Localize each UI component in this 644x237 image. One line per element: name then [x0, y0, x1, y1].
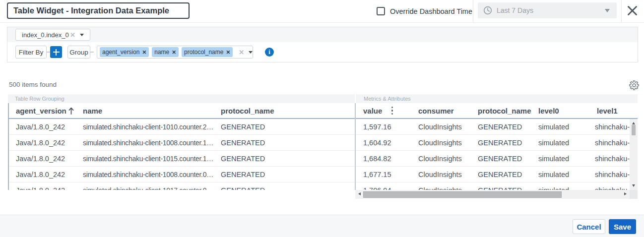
table-cell: CloudInsights: [411, 123, 470, 131]
table-cell: CloudInsights: [411, 171, 470, 178]
add-filter-button[interactable]: [50, 46, 62, 58]
chevron-down-icon[interactable]: [80, 34, 84, 36]
index-selector[interactable]: index_0.index_0 ✕: [15, 29, 90, 41]
table-cell: 1,677.15: [356, 171, 411, 178]
column-menu-icon[interactable]: [391, 107, 393, 115]
save-button[interactable]: Save: [609, 219, 636, 234]
table-row[interactable]: Java/1.8.0_242 simulated.shinchaku-clien…: [9, 182, 355, 190]
column-header-consumer[interactable]: consumer: [411, 107, 470, 115]
vertical-scrollbar[interactable]: [630, 119, 638, 190]
group-label: Group: [67, 46, 90, 59]
table-cell-name: simulated.shinchaku-client-1010.counter.…: [76, 123, 214, 131]
column-header-label: level0: [538, 107, 559, 115]
table-cell: GENERATED: [470, 139, 531, 147]
table-cell: simulated: [531, 123, 589, 131]
table-cell: CloudInsights: [411, 186, 470, 190]
group-chip-label: protocol_name: [184, 49, 223, 56]
column-header-label: value: [363, 107, 382, 115]
column-header-label: protocol_name: [221, 107, 274, 115]
time-range-select[interactable]: Last 7 Days: [478, 2, 617, 18]
column-header-level0[interactable]: level0: [531, 107, 589, 115]
table-cell: GENERATED: [470, 171, 531, 178]
column-header-value[interactable]: value: [356, 107, 411, 115]
scroll-left-icon[interactable]: [358, 192, 361, 195]
group-by-select[interactable]: agent_version ✕ name ✕ protocol_name ✕ ✕: [97, 46, 253, 59]
table-cell: GENERATED: [470, 186, 531, 190]
table-body-right: 1,597.16 CloudInsights GENERATED simulat…: [356, 119, 638, 190]
table-row[interactable]: 1,597.16 CloudInsights GENERATED simulat…: [356, 119, 638, 135]
table-cell: simulated: [531, 171, 589, 178]
table-row[interactable]: 1,684.82 CloudInsights GENERATED simulat…: [356, 151, 638, 167]
clear-all-icon[interactable]: ✕: [239, 49, 244, 56]
query-panel: index_0.index_0 ✕ Filter By Group agent_…: [7, 27, 638, 62]
table-row[interactable]: Java/1.8.0_242 simulated.shinchaku-clien…: [9, 119, 355, 135]
sort-ascending-icon: [68, 107, 74, 115]
scroll-up-icon[interactable]: [632, 122, 635, 124]
table-cell: Java/1.8.0_242: [9, 139, 76, 147]
info-icon[interactable]: i: [265, 48, 274, 57]
table-row[interactable]: Java/1.8.0_242 simulated.shinchaku-clien…: [9, 167, 355, 182]
group-chip: name ✕: [152, 47, 179, 57]
cancel-button[interactable]: Cancel: [573, 219, 605, 234]
override-dashboard-time-checkbox[interactable]: [377, 7, 385, 15]
table-row[interactable]: Java/1.8.0_242 simulated.shinchaku-clien…: [9, 135, 355, 151]
topbar-divider: [473, 0, 473, 22]
scroll-right-icon[interactable]: [624, 192, 627, 195]
column-header-name[interactable]: name: [76, 107, 214, 115]
table-row[interactable]: 1,706.94 CloudInsights GENERATED simulat…: [356, 182, 638, 190]
horizontal-scrollbar[interactable]: [355, 190, 630, 199]
chip-remove-icon[interactable]: ✕: [142, 50, 146, 55]
gear-icon[interactable]: [629, 80, 639, 90]
items-found-count: 500 items found: [9, 81, 57, 88]
vertical-scroll-thumb[interactable]: [632, 125, 636, 135]
group-chip-label: agent_version: [102, 49, 139, 56]
clock-icon: [483, 6, 492, 15]
table-cell: 1,706.94: [356, 186, 411, 190]
chevron-down-icon[interactable]: [249, 51, 253, 54]
table-row[interactable]: 1,677.15 CloudInsights GENERATED simulat…: [356, 167, 638, 182]
group-chip-label: name: [154, 49, 169, 56]
table-header-right: value consumer protocol_name level0 leve…: [356, 103, 638, 118]
column-header-protocol-name[interactable]: protocol_name: [214, 107, 356, 115]
table-cell: 1,597.16: [356, 123, 411, 131]
table-cell: GENERATED: [214, 155, 355, 163]
close-button[interactable]: [625, 3, 639, 17]
table-cell-name: simulated.shinchaku-client-1008.counter.…: [76, 171, 214, 178]
table-cell: 1,604.92: [356, 139, 411, 147]
column-header-level1[interactable]: level1: [589, 107, 638, 115]
column-header-label: protocol_name: [478, 107, 531, 115]
horizontal-scroll-thumb[interactable]: [363, 191, 562, 198]
table-cell: Java/1.8.0_242: [9, 171, 76, 178]
connector-line: [47, 52, 50, 53]
chip-remove-icon[interactable]: ✕: [226, 50, 230, 55]
table-row[interactable]: Java/1.8.0_242 simulated.shinchaku-clien…: [9, 151, 355, 167]
column-header-protocol-name-attr[interactable]: protocol_name: [470, 107, 531, 115]
table-cell: Java/1.8.0_242: [9, 123, 76, 131]
table-cell: GENERATED: [214, 171, 355, 178]
column-header-label: name: [83, 107, 102, 115]
index-remove-icon[interactable]: ✕: [70, 32, 75, 38]
close-icon: [627, 5, 638, 16]
table-cell: GENERATED: [214, 139, 355, 147]
table-cell: GENERATED: [214, 123, 355, 131]
query-filter-row: Filter By Group agent_version ✕ name ✕ p…: [7, 42, 638, 62]
table-cell: 1,684.82: [356, 155, 411, 163]
column-header-label: consumer: [418, 107, 454, 115]
column-header-label: level1: [597, 107, 618, 115]
table-cell: Java/1.8.0_242: [9, 155, 76, 163]
table-row[interactable]: 1,604.92 CloudInsights GENERATED simulat…: [356, 135, 638, 151]
table-cell: GENERATED: [214, 186, 355, 190]
table-cell-name: simulated.shinchaku-client-1008.counter.…: [76, 139, 214, 147]
table-cell: CloudInsights: [411, 139, 470, 147]
table-cell: simulated: [531, 139, 589, 147]
widget-title-input[interactable]: [7, 2, 190, 19]
table-cell: simulated: [531, 186, 589, 190]
topbar-divider-2: [621, 0, 622, 22]
override-dashboard-time-label: Override Dashboard Time: [390, 7, 472, 15]
scroll-down-icon[interactable]: [632, 184, 635, 187]
column-header-agent-version[interactable]: agent_version: [9, 107, 76, 115]
chip-remove-icon[interactable]: ✕: [172, 50, 176, 55]
table-cell: CloudInsights: [411, 155, 470, 163]
index-selector-value: index_0.index_0: [22, 31, 69, 39]
table-cell: GENERATED: [470, 155, 531, 163]
